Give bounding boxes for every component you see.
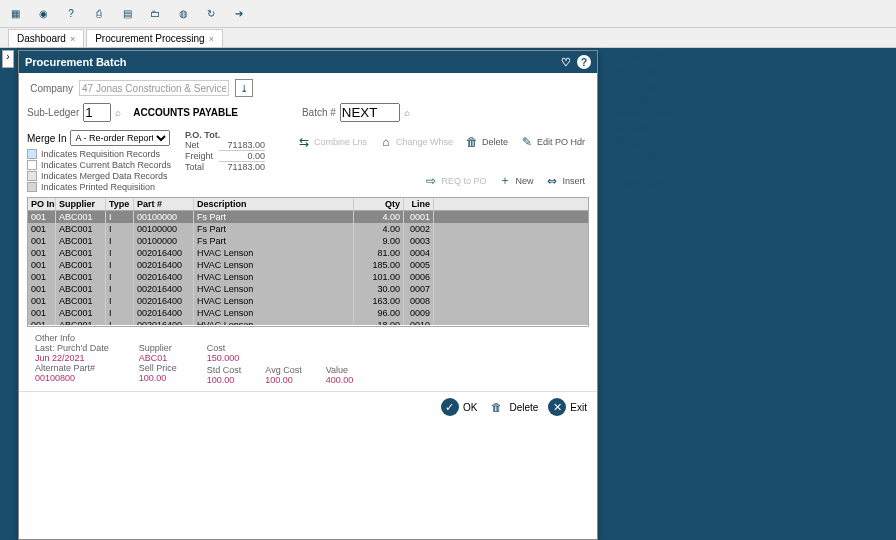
table-row[interactable]: 001ABC001I002016400HVAC Lenson81.000004 <box>28 247 588 259</box>
col-supplier[interactable]: Supplier <box>56 198 106 210</box>
col-desc[interactable]: Description <box>194 198 354 210</box>
std-cost-value: 100.00 <box>207 375 242 385</box>
totals-header: P.O. Tot. <box>185 130 265 140</box>
edit-po-button[interactable]: ✎Edit PO Hdr <box>516 133 589 151</box>
indicator-row: Indicates Requisition Records <box>27 149 181 159</box>
exit-icon[interactable]: ➔ <box>228 3 250 25</box>
side-link[interactable]: Compare Prices <box>606 164 686 175</box>
calc-icon[interactable]: ▤ <box>116 3 138 25</box>
last-purch-label: Last: Purch'd Date <box>35 343 109 353</box>
alt-part-label: Alternate Part# <box>35 363 109 373</box>
new-button[interactable]: ＋New <box>494 172 537 190</box>
subledger-input[interactable] <box>83 103 111 122</box>
side-link[interactable]: Mass Change <box>606 178 686 189</box>
tab-dashboard[interactable]: Dashboard× <box>8 29 84 47</box>
side-link[interactable]: Sugg. Costs <box>606 136 686 147</box>
supplier-label: Supplier <box>139 343 177 353</box>
print-icon[interactable]: ⎙ <box>88 3 110 25</box>
total-label: Total <box>185 162 204 172</box>
company-input[interactable] <box>79 80 229 96</box>
col-qty[interactable]: Qty <box>354 198 404 210</box>
help-icon[interactable]: ? <box>60 3 82 25</box>
line-grid: PO Ind Supplier Type Part # Description … <box>27 197 589 327</box>
table-row[interactable]: 001ABC001I002016400HVAC Lenson101.000006 <box>28 271 588 283</box>
trash-icon: 🗑 <box>465 135 479 149</box>
app-icon[interactable]: ▦ <box>4 3 26 25</box>
action-box: ⇆Combine Lns ⌂Change Whse 🗑Delete ✎Edit … <box>269 130 589 193</box>
side-link[interactable]: Hdr Defaults <box>606 66 686 77</box>
button-label: Delete <box>509 402 538 413</box>
insert-icon: ⇔ <box>545 174 559 188</box>
total-value: 71183.00 <box>219 162 265 172</box>
info-bar: Other Info Last: Purch'd Date Jun 22/202… <box>27 331 589 387</box>
delete-button[interactable]: 🗑Delete <box>487 398 538 416</box>
table-row[interactable]: 001ABC001I002016400HVAC Lenson96.000009 <box>28 307 588 319</box>
freight-value: 0.00 <box>219 151 265 162</box>
action-label: Delete <box>482 137 508 147</box>
folder-icon[interactable]: 🗀 <box>144 3 166 25</box>
action-label: Edit PO Hdr <box>537 137 585 147</box>
table-row[interactable]: 001ABC001I002016400HVAC Lenson30.000007 <box>28 283 588 295</box>
lookup-icon[interactable]: ⌕ <box>115 107 121 118</box>
indicator-row: Indicates Merged Data Records <box>27 171 181 181</box>
ok-button[interactable]: ✓OK <box>441 398 477 416</box>
table-row[interactable]: 001ABC001I002016400HVAC Lenson18.000010 <box>28 319 588 325</box>
indicator-text: Indicates Requisition Records <box>41 149 160 159</box>
action-label: New <box>515 176 533 186</box>
color-swatch <box>27 149 37 159</box>
side-expand-handle[interactable]: › <box>2 50 14 68</box>
user-icon[interactable]: ◉ <box>32 3 54 25</box>
table-row[interactable]: 001ABC001I00100000Fs Part4.000001 <box>28 211 588 223</box>
insert-button[interactable]: ⇔Insert <box>541 172 589 190</box>
indicator-text: Indicates Printed Requisition <box>41 182 155 192</box>
button-label: OK <box>463 402 477 413</box>
table-row[interactable]: 001ABC001I002016400HVAC Lenson163.000008 <box>28 295 588 307</box>
side-link[interactable]: On Order <box>606 122 686 133</box>
plus-icon: ＋ <box>498 174 512 188</box>
lookup-company-button[interactable]: ⤓ <box>235 79 253 97</box>
close-icon[interactable]: × <box>209 34 214 44</box>
side-link[interactable]: On Hand <box>606 150 686 161</box>
table-row[interactable]: 001ABC001I002016400HVAC Lenson185.000005 <box>28 259 588 271</box>
lookup-icon[interactable]: ⌕ <box>404 107 410 118</box>
table-row[interactable]: 001ABC001I00100000Fs Part9.000003 <box>28 235 588 247</box>
req-icon: ⇨ <box>424 174 438 188</box>
side-link[interactable]: Sales History <box>606 108 686 119</box>
grid-body[interactable]: 001ABC001I00100000Fs Part4.000001001ABC0… <box>28 211 588 325</box>
refresh-icon[interactable]: ↻ <box>200 3 222 25</box>
close-icon[interactable]: × <box>70 34 75 44</box>
procurement-panel: Procurement Batch ♡ ? Company ⤓ Sub-Ledg… <box>18 50 598 540</box>
help-icon[interactable]: ? <box>577 55 591 69</box>
check-icon: ✓ <box>441 398 459 416</box>
edit-icon: ✎ <box>520 135 534 149</box>
side-link[interactable]: Print Req. <box>606 80 686 91</box>
merge-select[interactable]: A - Re-order Report <box>70 130 170 146</box>
action-label: Change Whse <box>396 137 453 147</box>
side-link[interactable]: Create P/O's <box>606 52 686 63</box>
indicator-text: Indicates Merged Data Records <box>41 171 168 181</box>
tab-procurement[interactable]: Procurement Processing× <box>86 29 223 47</box>
col-type[interactable]: Type <box>106 198 134 210</box>
combine-icon: ⇆ <box>297 135 311 149</box>
work-area: › Procurement Batch ♡ ? Company ⤓ Sub-Le… <box>0 48 896 540</box>
change-whse-button[interactable]: ⌂Change Whse <box>375 133 457 151</box>
col-part[interactable]: Part # <box>134 198 194 210</box>
accounts-payable-label: ACCOUNTS PAYABLE <box>133 107 238 118</box>
col-po[interactable]: PO Ind <box>28 198 56 210</box>
batch-input[interactable] <box>340 103 400 122</box>
grid-header: PO Ind Supplier Type Part # Description … <box>28 198 588 211</box>
merge-label: Merge In <box>27 133 66 144</box>
globe-icon[interactable]: ◍ <box>172 3 194 25</box>
side-link[interactable]: Configure <box>606 94 686 105</box>
req-to-po-button[interactable]: ⇨REQ to PO <box>420 172 490 190</box>
exit-button[interactable]: ✕Exit <box>548 398 587 416</box>
heart-icon[interactable]: ♡ <box>561 56 571 69</box>
combine-button[interactable]: ⇆Combine Lns <box>293 133 371 151</box>
last-purch-value: Jun 22/2021 <box>35 353 109 363</box>
table-row[interactable]: 001ABC001I00100000Fs Part4.000002 <box>28 223 588 235</box>
value-label: Value <box>326 365 354 375</box>
cost-value: 150.000 <box>207 353 353 363</box>
value-value: 400.00 <box>326 375 354 385</box>
delete-button[interactable]: 🗑Delete <box>461 133 512 151</box>
col-line[interactable]: Line <box>404 198 434 210</box>
